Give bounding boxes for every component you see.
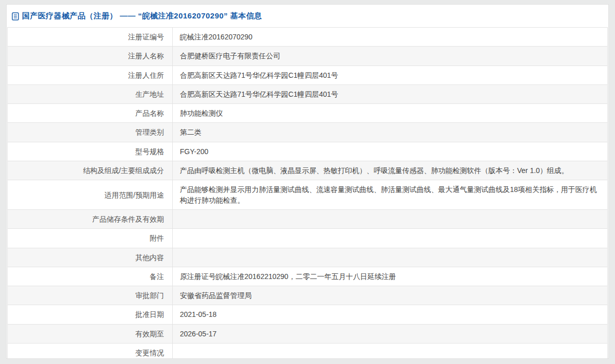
info-table-body: 注册证编号皖械注准20162070290注册人名称合肥健桥医疗电子有限责任公司注… bbox=[8, 28, 608, 359]
table-row: 管理类别第二类 bbox=[8, 123, 608, 142]
table-row: 产品名称肺功能检测仪 bbox=[8, 104, 608, 123]
row-label: 注册证编号 bbox=[8, 28, 173, 47]
row-label: 结构及组成/主要组成成分 bbox=[8, 161, 173, 180]
document-icon bbox=[12, 12, 19, 20]
row-label: 产品名称 bbox=[8, 104, 173, 123]
row-value: 合肥健桥医疗电子有限责任公司 bbox=[173, 47, 608, 66]
row-value: 合肥高新区天达路71号华亿科学园C1幢四层401号 bbox=[173, 66, 608, 84]
table-row: 产品储存条件及有效期 bbox=[8, 209, 608, 228]
row-label: 注册人住所 bbox=[8, 66, 173, 84]
table-row: 备注原注册证号皖械注准20162210290，二零二一年五月十八日延续注册 bbox=[8, 267, 608, 286]
row-label: 生产地址 bbox=[8, 84, 173, 103]
row-label: 备注 bbox=[8, 267, 173, 286]
row-value: FGY-200 bbox=[173, 142, 608, 161]
table-row: 审批部门安徽省药品监督管理局 bbox=[8, 286, 608, 305]
row-value: 安徽省药品监督管理局 bbox=[173, 286, 608, 305]
table-row: 注册人名称合肥健桥医疗电子有限责任公司 bbox=[8, 47, 608, 66]
table-row: 变更情况 bbox=[8, 344, 608, 359]
row-value: 皖械注准20162070290 bbox=[173, 28, 608, 47]
row-label: 其他内容 bbox=[8, 248, 173, 267]
row-label: 管理类别 bbox=[8, 123, 173, 142]
table-row: 注册人住所合肥高新区天达路71号华亿科学园C1幢四层401号 bbox=[8, 66, 608, 84]
row-value bbox=[173, 248, 608, 267]
row-value: 肺功能检测仪 bbox=[173, 104, 608, 123]
page: 国产医疗器械产品（注册） —— “皖械注准20162070290” 基本信息 注… bbox=[0, 0, 615, 364]
content-panel: 国产医疗器械产品（注册） —— “皖械注准20162070290” 基本信息 注… bbox=[6, 4, 609, 359]
table-row: 生产地址合肥高新区天达路71号华亿科学园C1幢四层401号 bbox=[8, 84, 608, 103]
table-row: 批准日期2021-05-18 bbox=[8, 305, 608, 324]
row-label: 审批部门 bbox=[8, 286, 173, 305]
row-value: 2026-05-17 bbox=[173, 324, 608, 343]
row-value bbox=[173, 229, 608, 248]
page-header: 国产医疗器械产品（注册） —— “皖械注准20162070290” 基本信息 bbox=[7, 5, 608, 27]
row-value: 产品能够检测并显示用力肺活量测试曲线、流速容量测试曲线、肺活量测试曲线、最大通气… bbox=[173, 180, 608, 210]
table-row: 适用范围/预期用途产品能够检测并显示用力肺活量测试曲线、流速容量测试曲线、肺活量… bbox=[8, 180, 608, 210]
table-row: 结构及组成/主要组成成分产品由呼吸检测主机（微电脑、液晶显示屏、热敏打印机）、呼… bbox=[8, 161, 608, 180]
table-row: 其他内容 bbox=[8, 248, 608, 267]
table-row: 型号规格FGY-200 bbox=[8, 142, 608, 161]
row-label: 变更情况 bbox=[8, 344, 173, 359]
table-row: 附件 bbox=[8, 229, 608, 248]
row-label: 附件 bbox=[8, 229, 173, 248]
row-value: 原注册证号皖械注准20162210290，二零二一年五月十八日延续注册 bbox=[173, 267, 608, 286]
row-value: 第二类 bbox=[173, 123, 608, 142]
row-value: 2021-05-18 bbox=[173, 305, 608, 324]
table-row: 注册证编号皖械注准20162070290 bbox=[8, 28, 608, 47]
info-table: 注册证编号皖械注准20162070290注册人名称合肥健桥医疗电子有限责任公司注… bbox=[7, 27, 608, 359]
table-row: 有效期至2026-05-17 bbox=[8, 324, 608, 343]
row-label: 型号规格 bbox=[8, 142, 173, 161]
row-label: 注册人名称 bbox=[8, 47, 173, 66]
row-value bbox=[173, 344, 608, 359]
row-label: 有效期至 bbox=[8, 324, 173, 343]
page-title: 国产医疗器械产品（注册） —— “皖械注准20162070290” 基本信息 bbox=[22, 11, 262, 21]
row-label: 产品储存条件及有效期 bbox=[8, 209, 173, 228]
row-label: 批准日期 bbox=[8, 305, 173, 324]
row-label: 适用范围/预期用途 bbox=[8, 180, 173, 210]
row-value: 合肥高新区天达路71号华亿科学园C1幢四层401号 bbox=[173, 84, 608, 103]
row-value: 产品由呼吸检测主机（微电脑、液晶显示屏、热敏打印机）、呼吸流量传感器、肺功能检测… bbox=[173, 161, 608, 180]
row-value bbox=[173, 209, 608, 228]
